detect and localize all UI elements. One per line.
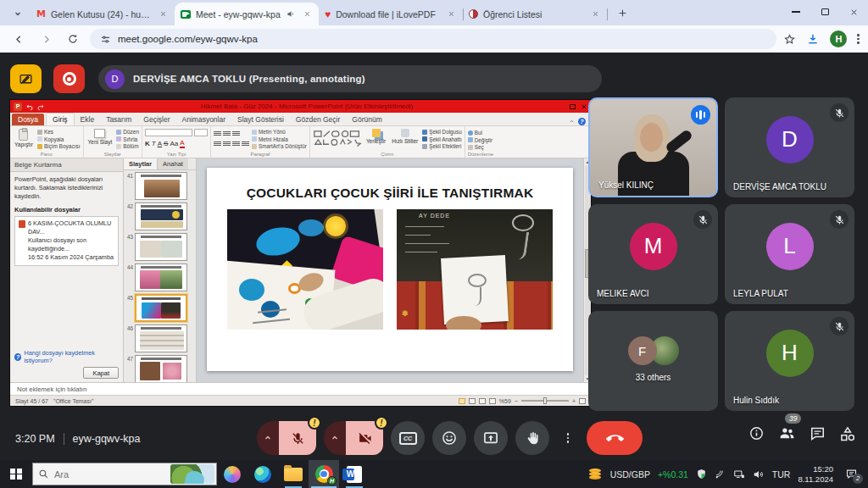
shape-outline-button[interactable]: Şekil Anahattı [422,136,462,142]
reading-view-button[interactable] [479,398,486,404]
font-name-select[interactable] [145,129,192,136]
ppt-notes-area[interactable]: Not eklemek için tıklatın [10,382,591,395]
ribbon-tab-gorunum[interactable]: Görünüm [346,114,387,125]
slide-canvas-area[interactable]: ÇOCUKLARI ÇOCUK ŞİİRİ İLE TANIŞTIRMAK AY… [197,158,583,382]
slide-thumbnail[interactable]: 42 [125,202,195,230]
new-tab-button[interactable] [612,3,632,23]
volume-icon[interactable] [753,469,765,480]
slide-thumbnail[interactable]: 46 [125,324,195,352]
tab-gmail[interactable]: M Gelen Kutusu (24) - hulin.siddik [31,3,175,25]
change-case-button[interactable]: Aa [170,140,178,147]
camera-off-button[interactable]: ! [346,421,383,455]
tile-leyla-pulat[interactable]: L LEYLA PULAT [725,204,854,304]
ribbon-tab-tasarim[interactable]: Tasarım [100,114,137,125]
mic-muted-button[interactable]: ! [279,421,316,455]
site-settings-icon[interactable] [100,34,111,45]
arrange-button[interactable]: Yerleştir [364,128,387,145]
reload-icon[interactable] [63,29,83,49]
ribbon-tab-gozden-gecir[interactable]: Gözden Geçir [290,114,346,125]
network-icon[interactable] [733,469,745,480]
strikethrough-button[interactable]: S [164,140,168,147]
quick-styles-button[interactable]: Hızlı Stiller [390,128,420,145]
search-highlight-image[interactable] [170,464,214,484]
tile-others[interactable]: F 33 others [588,311,718,411]
shape-effects-button[interactable]: Şekil Efektleri [422,143,462,149]
slide-thumbnail[interactable]: 44 [125,263,195,291]
taskbar-file-explorer-icon[interactable] [278,460,309,488]
find-button[interactable]: Bul [468,130,493,136]
profile-avatar[interactable]: H [830,30,847,47]
shared-powerpoint-window[interactable]: P Hikmet Bala - Güz 2024 - Microsoft Pow… [10,100,591,406]
text-direction-button[interactable]: Metin Yönü [252,129,307,135]
address-bar[interactable]: meet.google.com/eyw-gqwv-kpa [90,29,776,49]
align-text-button[interactable]: Metni Hizala [252,136,307,142]
taskbar-chrome-icon[interactable]: H [309,460,339,488]
slide-thumbnail-selected[interactable]: 45 [125,294,195,322]
browser-menu-icon[interactable] [857,34,860,44]
download-icon[interactable] [806,32,820,46]
annotation-button[interactable] [10,64,42,93]
minimize-button[interactable] [782,0,810,24]
replace-button[interactable]: Değiştir [468,137,493,143]
tray-app-icon[interactable] [715,469,726,480]
ribbon-tab-slayt-gosterisi[interactable]: Slayt Gösterisi [231,114,290,125]
search-input[interactable] [54,469,156,480]
underline-button[interactable]: A [158,140,162,147]
language-indicator[interactable]: TUR [772,469,791,480]
close-icon[interactable] [301,8,313,20]
currency-pair[interactable]: USD/GBP [610,469,650,480]
bold-button[interactable]: K [145,140,150,147]
more-options-button[interactable] [557,421,579,455]
bookmark-star-icon[interactable] [783,33,796,46]
normal-view-button[interactable] [459,398,465,404]
shapes-gallery[interactable] [313,128,362,147]
close-icon[interactable] [445,8,457,20]
reactions-button[interactable] [432,421,466,455]
close-icon[interactable] [157,8,169,20]
layout-button[interactable]: Düzen [116,129,139,135]
fit-to-window-button[interactable] [579,398,586,404]
camera-options-chevron[interactable] [324,421,346,455]
currency-change[interactable]: +%0.31 [658,469,688,480]
alignment-buttons[interactable] [214,140,249,147]
ribbon-tab-animasyonlar[interactable]: Animasyonlar [176,114,232,125]
taskbar-word-icon[interactable]: W [339,460,370,488]
zoom-slider[interactable] [521,400,569,402]
leave-call-button[interactable] [587,421,643,455]
font-size-select[interactable] [194,129,208,136]
notification-center-button[interactable]: 2 [841,465,861,484]
tile-dervise-amca-toklu[interactable]: D DERVİŞE AMCA TOKLU [725,97,854,197]
ribbon-tab-gecisler[interactable]: Geçişler [137,114,175,125]
ribbon-tab-ekle[interactable]: Ekle [75,114,101,125]
copy-button[interactable]: Kopyala [37,136,81,142]
captions-button[interactable]: CC [391,421,425,455]
start-button[interactable] [0,460,32,488]
zoom-in-button[interactable]: + [572,398,576,404]
tab-slaytlar[interactable]: Slaytlar [124,158,158,169]
ribbon-tab-dosya[interactable]: Dosya [12,114,44,125]
close-window-button[interactable] [839,0,868,24]
current-slide[interactable]: ÇOCUKLARI ÇOCUK ŞİİRİ İLE TANIŞTIRMAK AY… [207,168,573,371]
reset-button[interactable]: Sıfırla [116,136,139,142]
italic-button[interactable]: T [152,140,156,147]
raise-hand-button[interactable] [515,421,549,455]
recovered-file-item[interactable]: 6 KASIM-ÇOCUKTA OLUMLU DAV... Kullanıcı … [14,216,119,266]
help-icon[interactable]: ? [578,118,586,125]
close-recovery-button[interactable]: Kapat [83,367,119,379]
smartart-button[interactable]: SmartArt'a Dönüştür [252,143,307,149]
people-button[interactable]: 39 [778,424,796,442]
tile-yuksel-kilinc[interactable]: Yüksel KILINÇ [588,97,718,197]
format-painter-button[interactable]: Biçim Boyacısı [37,143,81,149]
taskbar-copilot-icon[interactable] [217,460,248,488]
new-slide-button[interactable]: Yeni Slayt [86,128,114,146]
currency-widget-icon[interactable] [589,469,603,480]
taskbar-search[interactable] [32,463,217,485]
security-shield-icon[interactable] [696,469,707,480]
recording-indicator-button[interactable] [53,64,85,93]
clock[interactable]: 15:20 8.11.2024 [798,464,833,485]
mic-options-chevron[interactable] [257,421,279,455]
font-color-button[interactable]: A [180,139,184,148]
tab-meet[interactable]: Meet - eyw-gqwv-kpa [175,3,319,25]
redo-icon[interactable] [36,103,44,110]
slide-sorter-view-button[interactable] [469,398,476,404]
